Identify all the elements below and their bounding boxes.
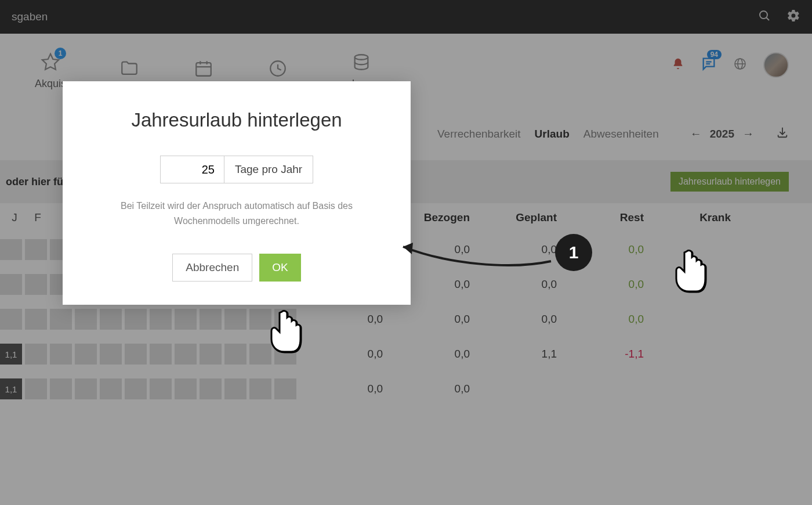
days-input[interactable]	[160, 156, 224, 183]
ok-button[interactable]: OK	[259, 254, 300, 282]
annual-leave-dialog: Jahresurlaub hinterlegen Tage pro Jahr B…	[63, 81, 411, 305]
dialog-hint: Bei Teilzeit wird der Anspruch automatis…	[109, 199, 364, 228]
step-badge: 1	[555, 234, 592, 271]
days-unit-label: Tage pro Jahr	[224, 156, 313, 183]
dialog-title: Jahresurlaub hinterlegen	[86, 109, 387, 131]
days-input-group: Tage pro Jahr	[86, 156, 387, 183]
cancel-button[interactable]: Abbrechen	[172, 254, 252, 282]
dialog-buttons: Abbrechen OK	[86, 254, 387, 282]
